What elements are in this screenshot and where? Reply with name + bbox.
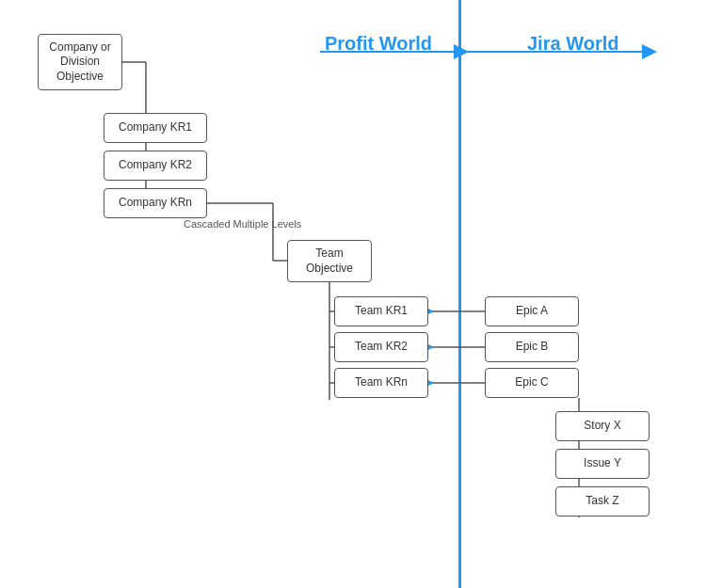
team-krn-box: Team KRn — [334, 368, 428, 398]
jira-world-label: Jira World — [527, 33, 618, 55]
epic-c-box: Epic C — [485, 368, 579, 398]
task-z-box: Task Z — [555, 486, 650, 516]
team-kr2-box: Team KR2 — [334, 332, 428, 362]
company-objective-box: Company or Division Objective — [38, 34, 122, 90]
epic-b-box: Epic B — [485, 332, 579, 362]
team-objective-box: Team Objective — [287, 240, 372, 282]
story-x-box: Story X — [555, 411, 650, 441]
epic-a-box: Epic A — [485, 296, 579, 326]
team-kr1-box: Team KR1 — [334, 296, 428, 326]
issue-y-box: Issue Y — [555, 449, 650, 479]
company-kr1-box: Company KR1 — [104, 113, 207, 143]
cascaded-label: Cascaded Multiple Levels — [184, 218, 301, 230]
company-krn-box: Company KRn — [104, 188, 207, 218]
company-kr2-box: Company KR2 — [104, 151, 207, 181]
divider-line — [458, 0, 461, 588]
profit-world-label: Profit World — [325, 33, 432, 55]
diagram: Profit World Jira World — [0, 0, 706, 588]
